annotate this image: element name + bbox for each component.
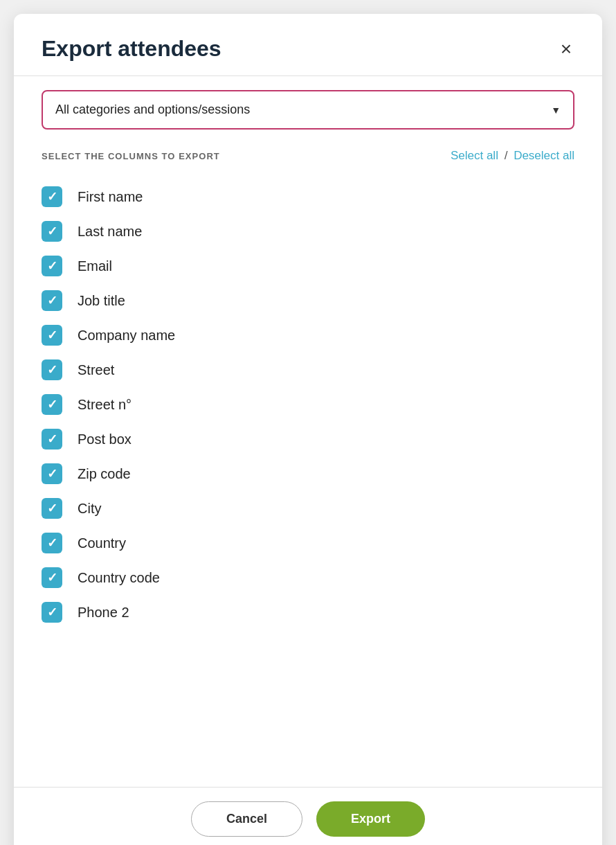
checkbox-label: Street: [78, 362, 114, 378]
list-item: ✓Street n°: [42, 387, 574, 422]
checkbox-job-title[interactable]: ✓: [42, 290, 62, 311]
list-item: ✓Last name: [42, 214, 574, 249]
checkbox-label: First name: [78, 189, 143, 205]
checkmark-icon: ✓: [47, 398, 57, 411]
modal-body: All categories and options/sessions ▼ SE…: [14, 90, 602, 776]
list-item: ✓Email: [42, 249, 574, 283]
columns-header: SELECT THE COLUMNS TO EXPORT Select all …: [42, 149, 574, 163]
list-item: ✓Job title: [42, 283, 574, 318]
checkbox-first-name[interactable]: ✓: [42, 186, 62, 207]
checkbox-label: Email: [78, 258, 112, 274]
checkbox-label: Phone 2: [78, 605, 129, 621]
checkbox-company-name[interactable]: ✓: [42, 325, 62, 346]
modal-footer: Cancel Export: [14, 787, 602, 845]
checkmark-icon: ✓: [47, 364, 57, 376]
cancel-button[interactable]: Cancel: [191, 801, 302, 837]
checkbox-label: Country: [78, 535, 126, 551]
checkmark-icon: ✓: [47, 502, 57, 515]
checkmark-icon: ✓: [47, 190, 57, 203]
header-divider: [14, 75, 602, 76]
list-item: ✓City: [42, 491, 574, 526]
dropdown-text: All categories and options/sessions: [55, 103, 250, 117]
deselect-all-link[interactable]: Deselect all: [514, 149, 574, 162]
checkmark-icon: ✓: [47, 571, 57, 584]
checkbox-email[interactable]: ✓: [42, 256, 62, 276]
checkbox-phone-2[interactable]: ✓: [42, 602, 62, 623]
checkbox-city[interactable]: ✓: [42, 498, 62, 519]
checkbox-label: Street n°: [78, 397, 132, 413]
links-separator: /: [505, 149, 508, 162]
checkbox-label: Post box: [78, 432, 132, 447]
list-item: ✓Company name: [42, 318, 574, 353]
checkmark-icon: ✓: [47, 433, 57, 445]
list-item: ✓Country code: [42, 560, 574, 595]
list-item: ✓Country: [42, 526, 574, 560]
export-button[interactable]: Export: [316, 801, 425, 837]
checkbox-label: City: [78, 501, 101, 517]
checkmark-icon: ✓: [47, 468, 57, 480]
select-all-link[interactable]: Select all: [451, 149, 498, 162]
checkbox-label: Last name: [78, 224, 142, 240]
checkmark-icon: ✓: [47, 606, 57, 619]
checkmark-icon: ✓: [47, 225, 57, 238]
checkbox-zip-code[interactable]: ✓: [42, 463, 62, 484]
checkmark-icon: ✓: [47, 260, 57, 272]
columns-label: SELECT THE COLUMNS TO EXPORT: [42, 151, 220, 161]
modal-title: Export attendees: [42, 36, 221, 62]
export-attendees-modal: Export attendees × All categories and op…: [14, 14, 602, 845]
checkbox-post-box[interactable]: ✓: [42, 429, 62, 450]
chevron-down-icon: ▼: [551, 105, 561, 116]
checkbox-last-name[interactable]: ✓: [42, 221, 62, 242]
checkbox-label: Country code: [78, 570, 160, 586]
checkmark-icon: ✓: [47, 537, 57, 549]
modal-header: Export attendees ×: [14, 14, 602, 75]
checkbox-country[interactable]: ✓: [42, 533, 62, 553]
checkbox-list: ✓First name✓Last name✓Email✓Job title✓Co…: [42, 179, 574, 630]
checkbox-street-ndeg[interactable]: ✓: [42, 394, 62, 415]
checkmark-icon: ✓: [47, 329, 57, 341]
checkbox-label: Job title: [78, 293, 125, 309]
close-button[interactable]: ×: [558, 37, 574, 62]
list-item: ✓Zip code: [42, 456, 574, 491]
checkbox-street[interactable]: ✓: [42, 359, 62, 380]
list-item: ✓First name: [42, 179, 574, 214]
list-item: ✓Phone 2: [42, 595, 574, 630]
category-dropdown[interactable]: All categories and options/sessions ▼: [42, 90, 574, 130]
checkbox-label: Company name: [78, 328, 175, 344]
select-links: Select all / Deselect all: [451, 149, 574, 163]
checkbox-label: Zip code: [78, 466, 131, 482]
checkbox-country-code[interactable]: ✓: [42, 567, 62, 588]
checkmark-icon: ✓: [47, 294, 57, 307]
list-item: ✓Street: [42, 353, 574, 387]
list-item: ✓Post box: [42, 422, 574, 456]
